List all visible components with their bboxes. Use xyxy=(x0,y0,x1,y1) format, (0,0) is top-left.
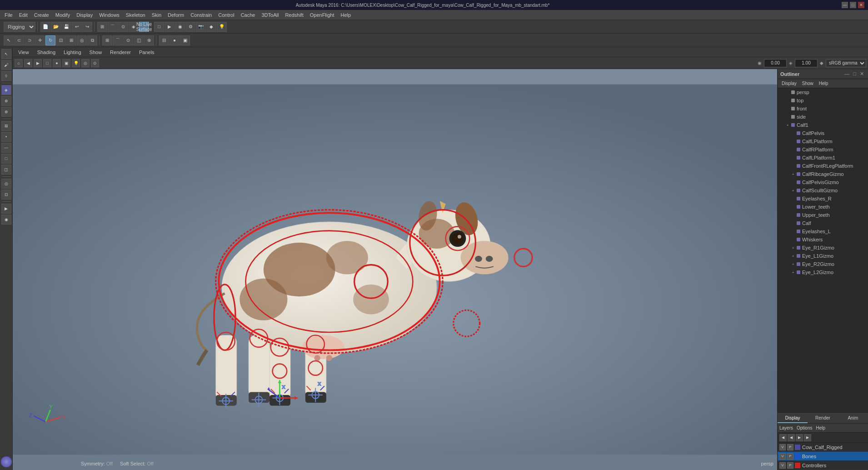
active-tool-button[interactable]: ◈ xyxy=(1,85,11,95)
vp-cam-prev-button[interactable]: ◀ xyxy=(24,59,32,67)
vp-menu-view[interactable]: View xyxy=(15,49,33,56)
ol-item-upperteeth[interactable]: Upper_teeth xyxy=(778,211,868,219)
render-view-button[interactable]: ▶ xyxy=(1,204,11,214)
undo-button[interactable]: ↩ xyxy=(72,22,82,32)
hypershade-button[interactable]: ◆ xyxy=(206,22,216,32)
paint-tool-button[interactable]: 🖌 xyxy=(1,60,11,70)
tab-display[interactable]: Display xyxy=(778,414,808,423)
layer-nav-back2[interactable]: ◀ xyxy=(788,434,795,441)
gamma-input[interactable] xyxy=(795,59,818,67)
vp-menu-show[interactable]: Show xyxy=(86,49,106,56)
viewport-canvas[interactable]: x x xyxy=(13,69,777,470)
tool2-button[interactable]: ⊕ xyxy=(1,96,11,106)
layer-p-button-ctrl[interactable]: P xyxy=(787,462,793,469)
open-file-button[interactable]: 📂 xyxy=(51,22,61,32)
menu-openflight[interactable]: OpenFlight xyxy=(307,11,337,19)
menu-control[interactable]: Control xyxy=(215,11,237,19)
menu-skeleton[interactable]: Skeleton xyxy=(123,11,148,19)
layer-bones[interactable]: V P Bones xyxy=(778,452,868,461)
vp-menu-renderer[interactable]: Renderer xyxy=(106,49,135,56)
menu-skin[interactable]: Skin xyxy=(149,11,164,19)
layer-controllers[interactable]: V P Controllers xyxy=(778,461,868,470)
ol-item-calfribcage[interactable]: + CalfRibcageGizmo xyxy=(778,170,868,178)
menu-windows[interactable]: Windows xyxy=(96,11,122,19)
ol-item-lowerteeth[interactable]: Lower_teeth xyxy=(778,203,868,211)
maximize-button[interactable]: □ xyxy=(850,2,856,8)
layer-nav-forward2[interactable]: ▶ xyxy=(804,434,811,441)
ol-item-calflplatform1[interactable]: CalfLPlatform1 xyxy=(778,154,868,162)
gamma-select[interactable]: sRGB gamma xyxy=(826,59,866,67)
outliner-menu-show[interactable]: Show xyxy=(800,80,816,87)
layer-cow-calf-rigged[interactable]: V P Cow_Calf_Rigged xyxy=(778,443,868,452)
render-settings-button[interactable]: ⚙ xyxy=(185,22,195,32)
menu-redshift[interactable]: Redshift xyxy=(282,11,306,19)
layer-p-button[interactable]: P xyxy=(787,444,793,450)
ol-item-calfrplatform[interactable]: CalfRPlatform xyxy=(778,145,868,154)
scale-tool-button[interactable]: ⊡ xyxy=(56,35,66,45)
vp-texture-button[interactable]: ▣ xyxy=(62,59,70,67)
layer-v-button-ctrl[interactable]: V xyxy=(779,462,786,469)
snap-to-live2[interactable]: ⊛ xyxy=(144,35,154,45)
render-region-button[interactable]: □ xyxy=(154,22,164,32)
menu-cache[interactable]: Cache xyxy=(238,11,258,19)
menu-deform[interactable]: Deform xyxy=(165,11,187,19)
exposure-input[interactable] xyxy=(764,59,787,67)
wireframe-button[interactable]: ⊟ xyxy=(159,35,169,45)
render-current-button[interactable]: ▶ xyxy=(165,22,175,32)
snap-to-view2[interactable]: ◫ xyxy=(134,35,144,45)
soft-mod-button[interactable]: ◎ xyxy=(77,35,87,45)
tab-anim[interactable]: Anim xyxy=(838,414,868,423)
ol-item-calffront[interactable]: CalfFrontRLegPlatform xyxy=(778,162,868,170)
layer-v-button-bones[interactable]: V xyxy=(779,453,786,460)
sculpt-button[interactable]: ◊ xyxy=(1,71,11,81)
edge-button[interactable]: ― xyxy=(1,143,11,153)
vp-xray-button[interactable]: ◎ xyxy=(81,59,90,67)
outliner-menu-display[interactable]: Display xyxy=(779,80,799,87)
select-tool-button[interactable]: ↖ xyxy=(4,35,14,45)
menu-3dtoall[interactable]: 3DToAll xyxy=(259,11,281,19)
lasso-select-button[interactable]: ⊂ xyxy=(14,35,24,45)
ol-item-whiskers[interactable]: Whiskers xyxy=(778,235,868,244)
texture-button[interactable]: ▣ xyxy=(180,35,190,45)
menu-file[interactable]: File xyxy=(2,11,15,19)
select-mode-button[interactable]: ↖ xyxy=(1,49,11,59)
uv-button[interactable]: ◫ xyxy=(1,165,11,175)
vertex-button[interactable]: • xyxy=(1,132,11,142)
cb-menu-layers[interactable]: Layers xyxy=(779,425,793,430)
paint-select-button[interactable]: ⊃ xyxy=(25,35,35,45)
layer-nav-forward[interactable]: ▶ xyxy=(796,434,803,441)
symmetry-button[interactable]: ⊡ xyxy=(1,190,11,200)
ol-item-eyelashesl[interactable]: Eyelashes_L xyxy=(778,227,868,235)
ol-item-eyel2gizmo[interactable]: + Eye_L2Gizmo xyxy=(778,268,868,276)
ol-item-front[interactable]: front xyxy=(778,105,868,113)
menu-constrain[interactable]: Constrain xyxy=(188,11,215,19)
vp-menu-lighting[interactable]: Lighting xyxy=(60,49,85,56)
soft-select-button[interactable]: ◎ xyxy=(1,179,11,189)
ol-item-calflplatform[interactable]: CalfLPlatform xyxy=(778,137,868,145)
vp-wireframe-button[interactable]: □ xyxy=(43,59,51,67)
ol-item-eyer2gizmo[interactable]: + Eye_R2Gizmo xyxy=(778,260,868,268)
smooth-shade-button[interactable]: ● xyxy=(170,35,180,45)
ol-item-eyelashesr[interactable]: Eyelashes_R xyxy=(778,195,868,203)
ipr-render-button[interactable]: ◉ xyxy=(1,215,11,225)
new-file-button[interactable]: 📄 xyxy=(40,22,50,32)
outliner-close[interactable]: ✕ xyxy=(858,71,865,77)
menu-display[interactable]: Display xyxy=(74,11,95,19)
vp-cam-home-button[interactable]: ⌂ xyxy=(15,59,23,67)
show-manip-button[interactable]: ⧉ xyxy=(87,35,97,45)
save-file-button[interactable]: 💾 xyxy=(61,22,71,32)
snap-grid-button[interactable]: ⊞ xyxy=(97,22,107,32)
vp-menu-shading[interactable]: Shading xyxy=(34,49,59,56)
menu-modify[interactable]: Modify xyxy=(53,11,73,19)
cb-menu-help[interactable]: Help xyxy=(816,425,825,430)
tab-render[interactable]: Render xyxy=(808,414,838,423)
ol-item-calfpelvis[interactable]: CalfPelvis xyxy=(778,129,868,137)
vp-cam-next-button[interactable]: ▶ xyxy=(34,59,42,67)
menu-create[interactable]: Create xyxy=(31,11,52,19)
render-cam-button[interactable]: 📷 xyxy=(196,22,206,32)
vp-menu-panels[interactable]: Panels xyxy=(135,49,158,56)
ol-item-top[interactable]: top xyxy=(778,96,868,105)
menu-edit[interactable]: Edit xyxy=(16,11,30,19)
menu-help[interactable]: Help xyxy=(338,11,354,19)
outliner-maximize[interactable]: □ xyxy=(852,71,858,77)
